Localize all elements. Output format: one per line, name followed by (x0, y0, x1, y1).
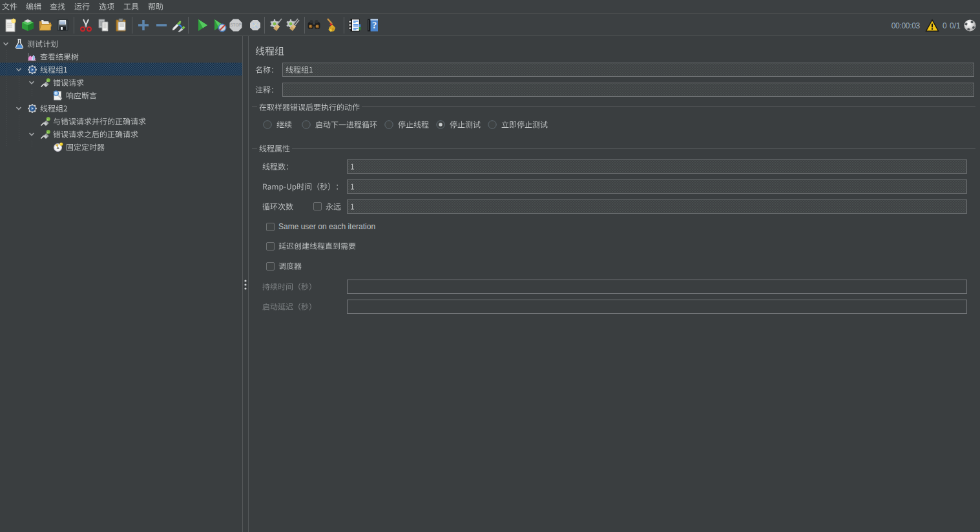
svg-text:STOP: STOP (230, 23, 242, 27)
svg-text:?: ? (372, 20, 377, 30)
